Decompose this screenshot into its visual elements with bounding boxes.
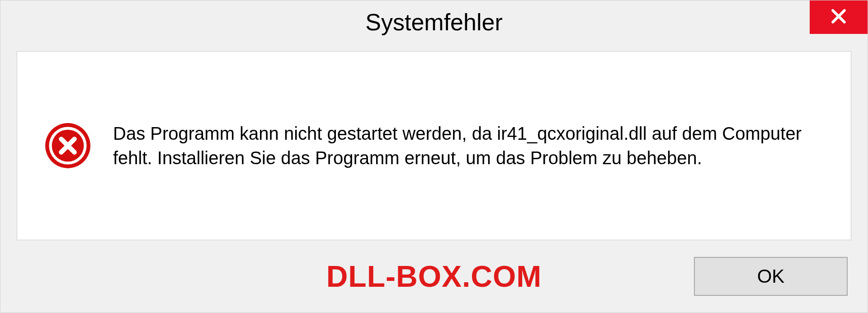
close-icon [829, 6, 849, 28]
titlebar: Systemfehler [0, 0, 868, 44]
error-message: Das Programm kann nicht gestartet werden… [113, 121, 815, 170]
error-icon [44, 122, 91, 169]
watermark-text: DLL-BOX.COM [326, 259, 542, 294]
ok-button[interactable]: OK [694, 257, 848, 296]
content-area: Das Programm kann nicht gestartet werden… [17, 51, 851, 240]
dialog-title: Systemfehler [365, 9, 502, 36]
error-dialog: Systemfehler Das Programm kann nicht ges… [0, 0, 868, 313]
close-button[interactable] [810, 0, 868, 34]
dialog-footer: DLL-BOX.COM OK [0, 240, 868, 313]
